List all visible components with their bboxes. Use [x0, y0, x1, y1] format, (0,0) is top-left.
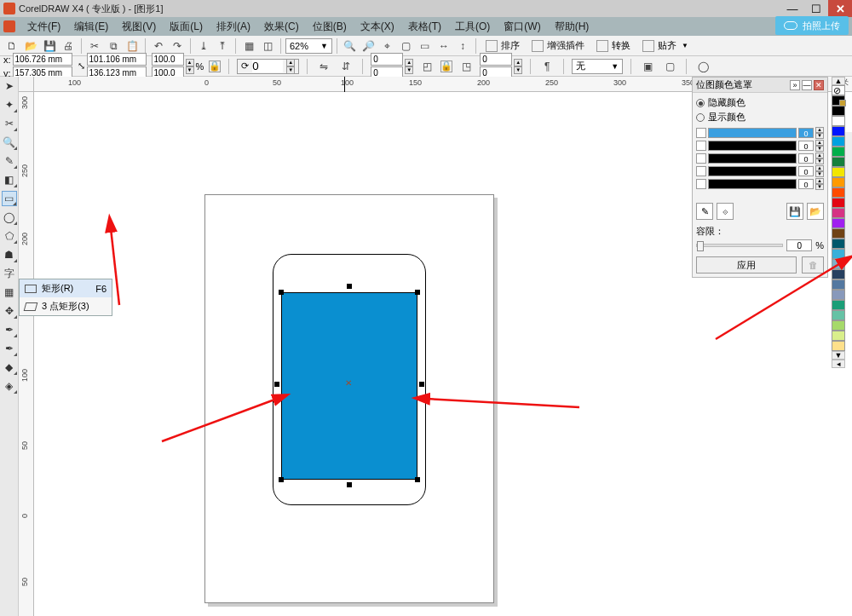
docker-collapse-icon[interactable]: »	[790, 80, 800, 90]
to-front-icon[interactable]: ▣	[639, 58, 656, 75]
import-icon[interactable]: ⤓	[195, 37, 212, 55]
value-spin[interactable]: ▲▼	[815, 127, 824, 139]
palette-swatch[interactable]	[832, 228, 845, 239]
zoom-tool[interactable]: 🔍	[2, 135, 17, 150]
color-mask-row[interactable]: 0▲▼	[696, 153, 824, 164]
rotate-spin[interactable]: ▲▼	[286, 59, 295, 74]
sel-handle-tl[interactable]	[279, 290, 284, 295]
to-back-icon[interactable]: ▢	[661, 58, 678, 75]
zoom-select[interactable]: 62% ▼	[285, 38, 332, 54]
mirror-h-icon[interactable]: ⇋	[315, 58, 332, 75]
snap-btn[interactable]: 贴齐▼	[637, 39, 694, 52]
corner-tl-input[interactable]	[371, 53, 403, 66]
sel-handle-tc[interactable]	[347, 284, 352, 289]
palette-swatch[interactable]	[832, 136, 845, 147]
palette-menu-icon[interactable]: ◂	[832, 360, 845, 368]
convert-btn[interactable]: 转换	[591, 39, 636, 52]
save-icon[interactable]: 💾	[41, 37, 58, 55]
palette-swatch[interactable]	[832, 116, 845, 126]
cut-icon[interactable]: ✂	[86, 37, 103, 55]
edit-color-icon[interactable]: ✎	[696, 203, 713, 220]
print-icon[interactable]: 🖨	[60, 37, 77, 55]
palette-swatch[interactable]	[832, 198, 845, 208]
crop-tool[interactable]: ✂	[2, 116, 17, 131]
color-swatch[interactable]	[708, 166, 797, 176]
maximize-button[interactable]: ☐	[804, 0, 828, 17]
palette-swatch[interactable]	[832, 157, 845, 167]
menu-help[interactable]: 帮助(H)	[550, 18, 595, 36]
tolerance-slider[interactable]	[696, 244, 783, 247]
palette-swatch[interactable]	[832, 167, 845, 177]
palette-swatch[interactable]	[832, 177, 845, 187]
copy-icon[interactable]: ⧉	[105, 37, 122, 55]
zoom-out-icon[interactable]: 🔎	[360, 37, 377, 55]
ruler-vertical[interactable]: 300 250 200 150 100 50 0 50	[19, 92, 34, 616]
redo-icon[interactable]: ↷	[169, 37, 186, 55]
sel-handle-bc[interactable]	[347, 482, 352, 487]
lock-ratio-toggle[interactable]: 🔒	[209, 60, 221, 72]
ellipse-tool[interactable]: ◯	[2, 210, 17, 225]
menu-effects[interactable]: 效果(C)	[259, 18, 304, 36]
palette-scroll-down-icon[interactable]: ▼	[832, 351, 845, 360]
text-tool[interactable]: 字	[2, 266, 17, 281]
open-icon[interactable]: 📂	[22, 37, 39, 55]
pick-tool[interactable]: ➤	[2, 78, 17, 94]
menu-bitmap[interactable]: 位图(B)	[308, 18, 352, 36]
enhance-btn[interactable]: 增强插件	[527, 39, 590, 52]
color-mask-row[interactable]: 0▲▼	[696, 165, 824, 177]
polygon-tool[interactable]: ⬠	[2, 228, 17, 244]
checkbox[interactable]	[696, 141, 706, 151]
x-input[interactable]	[13, 53, 72, 66]
checkbox[interactable]	[696, 179, 706, 189]
export-icon[interactable]: ⤒	[214, 37, 231, 55]
docker-close-icon[interactable]: ✕	[814, 80, 824, 90]
zoom-in-icon[interactable]: 🔍	[342, 37, 359, 55]
color-mask-row[interactable]: 0▲▼	[696, 127, 824, 139]
eyedropper-tool[interactable]: ✒	[2, 322, 17, 337]
minimize-button[interactable]: —	[780, 0, 804, 17]
interactive-tool[interactable]: ✥	[2, 303, 17, 319]
menu-layout[interactable]: 版面(L)	[164, 18, 208, 36]
checkbox[interactable]	[696, 128, 706, 138]
open-mask-icon[interactable]: 📂	[807, 203, 824, 220]
scale-x-input[interactable]	[152, 53, 184, 66]
color-mask-row[interactable]: 0▲▼	[696, 178, 824, 190]
menu-view[interactable]: 视图(V)	[117, 18, 161, 36]
palette-scroll-up-icon[interactable]: ▲	[832, 77, 845, 85]
radio-show-colors[interactable]: 显示颜色	[696, 111, 824, 124]
docker-minimize-icon[interactable]: —	[802, 80, 812, 90]
checkbox[interactable]	[696, 166, 706, 176]
color-swatch[interactable]	[708, 153, 797, 164]
menu-window[interactable]: 窗口(W)	[498, 18, 545, 36]
menu-arrange[interactable]: 排列(A)	[211, 18, 256, 36]
sort-btn[interactable]: 排序	[481, 39, 525, 52]
fill-tool[interactable]: ◆	[2, 360, 17, 375]
palette-swatch[interactable]	[832, 147, 845, 157]
radio-hide-colors[interactable]: 隐藏颜色	[696, 96, 824, 109]
zoom-height-icon[interactable]: ↕	[454, 37, 471, 55]
slider-knob[interactable]	[697, 241, 704, 251]
freehand-tool[interactable]: ✎	[2, 153, 17, 169]
eyedropper-icon[interactable]: ⟐	[717, 203, 734, 220]
value-spin[interactable]: ▲▼	[815, 140, 824, 152]
interactive-fill-tool[interactable]: ◈	[2, 378, 17, 394]
docker-side-tab[interactable]	[845, 132, 852, 260]
value-spin[interactable]: ▲▼	[815, 153, 824, 164]
palette-swatch[interactable]	[832, 187, 845, 198]
color-swatch[interactable]	[708, 128, 797, 138]
palette-swatch[interactable]	[832, 95, 845, 106]
palette-swatch[interactable]	[832, 218, 845, 228]
new-icon[interactable]: 🗋	[3, 37, 20, 55]
paste-icon[interactable]: 📋	[124, 37, 141, 55]
palette-swatch[interactable]	[832, 126, 845, 136]
checkbox[interactable]	[696, 153, 706, 164]
zoom-page-icon[interactable]: ▭	[417, 37, 434, 55]
corner-spin-l[interactable]: ▲▼	[405, 59, 413, 74]
close-button[interactable]: ✕	[828, 0, 852, 17]
app-launcher-icon[interactable]: ▦	[240, 37, 257, 55]
zoom-selection-icon[interactable]: ⌖	[379, 37, 396, 55]
value-spin[interactable]: ▲▼	[815, 165, 824, 177]
palette-swatch[interactable]	[832, 208, 845, 218]
welcome-icon[interactable]: ◫	[259, 37, 276, 55]
menu-table[interactable]: 表格(T)	[403, 18, 446, 36]
